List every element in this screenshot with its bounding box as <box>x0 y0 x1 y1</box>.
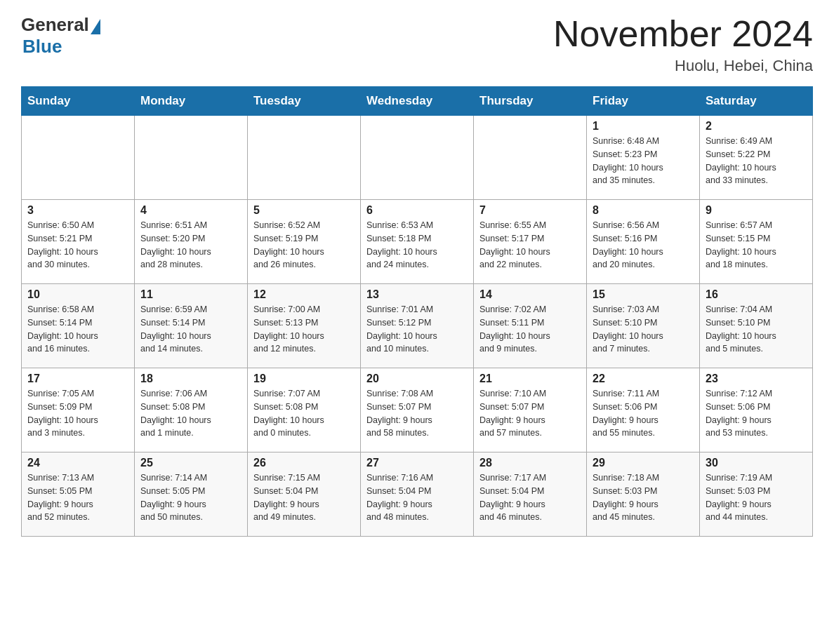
day-info: Sunrise: 7:03 AM Sunset: 5:10 PM Dayligh… <box>593 303 694 356</box>
day-number: 7 <box>479 204 581 217</box>
day-info: Sunrise: 7:00 AM Sunset: 5:13 PM Dayligh… <box>253 303 355 356</box>
calendar-cell <box>474 116 587 200</box>
day-info: Sunrise: 7:11 AM Sunset: 5:06 PM Dayligh… <box>593 387 694 440</box>
day-number: 1 <box>593 120 694 133</box>
day-number: 16 <box>706 288 807 301</box>
calendar-cell: 11Sunrise: 6:59 AM Sunset: 5:14 PM Dayli… <box>135 284 248 368</box>
calendar-header-row: SundayMondayTuesdayWednesdayThursdayFrid… <box>22 87 813 116</box>
calendar-cell: 20Sunrise: 7:08 AM Sunset: 5:07 PM Dayli… <box>361 368 474 452</box>
logo-triangle-icon <box>91 19 100 34</box>
day-info: Sunrise: 6:59 AM Sunset: 5:14 PM Dayligh… <box>140 303 241 356</box>
day-number: 13 <box>366 288 468 301</box>
calendar-cell: 9Sunrise: 6:57 AM Sunset: 5:15 PM Daylig… <box>700 200 813 284</box>
calendar-cell <box>22 116 135 200</box>
calendar-cell: 16Sunrise: 7:04 AM Sunset: 5:10 PM Dayli… <box>700 284 813 368</box>
day-number: 9 <box>706 204 807 217</box>
day-number: 29 <box>593 457 694 469</box>
weekday-header-sunday: Sunday <box>22 87 135 116</box>
calendar-cell: 21Sunrise: 7:10 AM Sunset: 5:07 PM Dayli… <box>474 368 587 452</box>
logo: General Blue <box>21 14 100 58</box>
weekday-header-wednesday: Wednesday <box>361 87 474 116</box>
day-number: 23 <box>706 373 807 385</box>
day-number: 30 <box>706 457 807 469</box>
day-number: 18 <box>140 373 241 385</box>
day-info: Sunrise: 6:53 AM Sunset: 5:18 PM Dayligh… <box>366 219 468 271</box>
calendar-cell: 4Sunrise: 6:51 AM Sunset: 5:20 PM Daylig… <box>135 200 248 284</box>
calendar-cell: 7Sunrise: 6:55 AM Sunset: 5:17 PM Daylig… <box>474 200 587 284</box>
calendar-cell: 6Sunrise: 6:53 AM Sunset: 5:18 PM Daylig… <box>361 200 474 284</box>
calendar-cell: 2Sunrise: 6:49 AM Sunset: 5:22 PM Daylig… <box>700 116 813 200</box>
calendar-week-row: 24Sunrise: 7:13 AM Sunset: 5:05 PM Dayli… <box>22 452 813 537</box>
day-number: 20 <box>366 373 468 385</box>
day-number: 8 <box>593 204 694 217</box>
weekday-header-thursday: Thursday <box>474 87 587 116</box>
calendar-cell: 19Sunrise: 7:07 AM Sunset: 5:08 PM Dayli… <box>248 368 361 452</box>
day-number: 14 <box>479 288 581 301</box>
weekday-header-monday: Monday <box>135 87 248 116</box>
calendar-week-row: 1Sunrise: 6:48 AM Sunset: 5:23 PM Daylig… <box>22 116 813 200</box>
calendar-cell: 22Sunrise: 7:11 AM Sunset: 5:06 PM Dayli… <box>587 368 700 452</box>
calendar-cell: 1Sunrise: 6:48 AM Sunset: 5:23 PM Daylig… <box>587 116 700 200</box>
day-info: Sunrise: 7:18 AM Sunset: 5:03 PM Dayligh… <box>593 471 694 524</box>
weekday-header-saturday: Saturday <box>700 87 813 116</box>
calendar-cell: 27Sunrise: 7:16 AM Sunset: 5:04 PM Dayli… <box>361 452 474 537</box>
calendar-cell: 8Sunrise: 6:56 AM Sunset: 5:16 PM Daylig… <box>587 200 700 284</box>
calendar-cell: 15Sunrise: 7:03 AM Sunset: 5:10 PM Dayli… <box>587 284 700 368</box>
calendar-cell <box>248 116 361 200</box>
day-info: Sunrise: 7:14 AM Sunset: 5:05 PM Dayligh… <box>140 471 241 524</box>
day-info: Sunrise: 6:57 AM Sunset: 5:15 PM Dayligh… <box>706 219 807 271</box>
weekday-header-tuesday: Tuesday <box>248 87 361 116</box>
day-info: Sunrise: 7:05 AM Sunset: 5:09 PM Dayligh… <box>27 387 128 440</box>
calendar-cell <box>361 116 474 200</box>
month-title: November 2024 <box>553 14 813 54</box>
calendar-cell: 18Sunrise: 7:06 AM Sunset: 5:08 PM Dayli… <box>135 368 248 452</box>
calendar-cell: 10Sunrise: 6:58 AM Sunset: 5:14 PM Dayli… <box>22 284 135 368</box>
day-number: 10 <box>27 288 128 301</box>
day-number: 27 <box>366 457 468 469</box>
day-number: 24 <box>27 457 128 469</box>
calendar-cell: 24Sunrise: 7:13 AM Sunset: 5:05 PM Dayli… <box>22 452 135 537</box>
day-number: 17 <box>27 373 128 385</box>
calendar-cell: 13Sunrise: 7:01 AM Sunset: 5:12 PM Dayli… <box>361 284 474 368</box>
day-number: 26 <box>253 457 355 469</box>
day-info: Sunrise: 7:13 AM Sunset: 5:05 PM Dayligh… <box>27 471 128 524</box>
day-info: Sunrise: 7:01 AM Sunset: 5:12 PM Dayligh… <box>366 303 468 356</box>
day-info: Sunrise: 7:07 AM Sunset: 5:08 PM Dayligh… <box>253 387 355 440</box>
day-number: 28 <box>479 457 581 469</box>
day-info: Sunrise: 7:15 AM Sunset: 5:04 PM Dayligh… <box>253 471 355 524</box>
calendar-cell: 23Sunrise: 7:12 AM Sunset: 5:06 PM Dayli… <box>700 368 813 452</box>
day-info: Sunrise: 7:04 AM Sunset: 5:10 PM Dayligh… <box>706 303 807 356</box>
day-number: 12 <box>253 288 355 301</box>
day-number: 22 <box>593 373 694 385</box>
calendar-cell: 14Sunrise: 7:02 AM Sunset: 5:11 PM Dayli… <box>474 284 587 368</box>
day-number: 3 <box>27 204 128 217</box>
day-info: Sunrise: 6:48 AM Sunset: 5:23 PM Dayligh… <box>593 135 694 187</box>
day-number: 15 <box>593 288 694 301</box>
day-number: 4 <box>140 204 241 217</box>
day-info: Sunrise: 7:16 AM Sunset: 5:04 PM Dayligh… <box>366 471 468 524</box>
day-info: Sunrise: 7:19 AM Sunset: 5:03 PM Dayligh… <box>706 471 807 524</box>
calendar-table: SundayMondayTuesdayWednesdayThursdayFrid… <box>21 86 813 537</box>
calendar-cell: 17Sunrise: 7:05 AM Sunset: 5:09 PM Dayli… <box>22 368 135 452</box>
logo-general-text: General <box>21 14 89 36</box>
page-header: General Blue November 2024 Huolu, Hebei,… <box>21 14 813 75</box>
day-number: 11 <box>140 288 241 301</box>
day-number: 6 <box>366 204 468 217</box>
calendar-cell: 26Sunrise: 7:15 AM Sunset: 5:04 PM Dayli… <box>248 452 361 537</box>
day-info: Sunrise: 7:12 AM Sunset: 5:06 PM Dayligh… <box>706 387 807 440</box>
day-info: Sunrise: 6:50 AM Sunset: 5:21 PM Dayligh… <box>27 219 128 271</box>
calendar-cell: 30Sunrise: 7:19 AM Sunset: 5:03 PM Dayli… <box>700 452 813 537</box>
title-area: November 2024 Huolu, Hebei, China <box>553 14 813 75</box>
calendar-cell: 25Sunrise: 7:14 AM Sunset: 5:05 PM Dayli… <box>135 452 248 537</box>
day-info: Sunrise: 6:52 AM Sunset: 5:19 PM Dayligh… <box>253 219 355 271</box>
calendar-cell: 5Sunrise: 6:52 AM Sunset: 5:19 PM Daylig… <box>248 200 361 284</box>
day-info: Sunrise: 6:51 AM Sunset: 5:20 PM Dayligh… <box>140 219 241 271</box>
calendar-cell: 12Sunrise: 7:00 AM Sunset: 5:13 PM Dayli… <box>248 284 361 368</box>
day-info: Sunrise: 7:10 AM Sunset: 5:07 PM Dayligh… <box>479 387 581 440</box>
day-info: Sunrise: 7:02 AM Sunset: 5:11 PM Dayligh… <box>479 303 581 356</box>
day-info: Sunrise: 6:58 AM Sunset: 5:14 PM Dayligh… <box>27 303 128 356</box>
logo-blue-text: Blue <box>22 36 62 58</box>
calendar-cell: 28Sunrise: 7:17 AM Sunset: 5:04 PM Dayli… <box>474 452 587 537</box>
day-number: 19 <box>253 373 355 385</box>
calendar-week-row: 3Sunrise: 6:50 AM Sunset: 5:21 PM Daylig… <box>22 200 813 284</box>
